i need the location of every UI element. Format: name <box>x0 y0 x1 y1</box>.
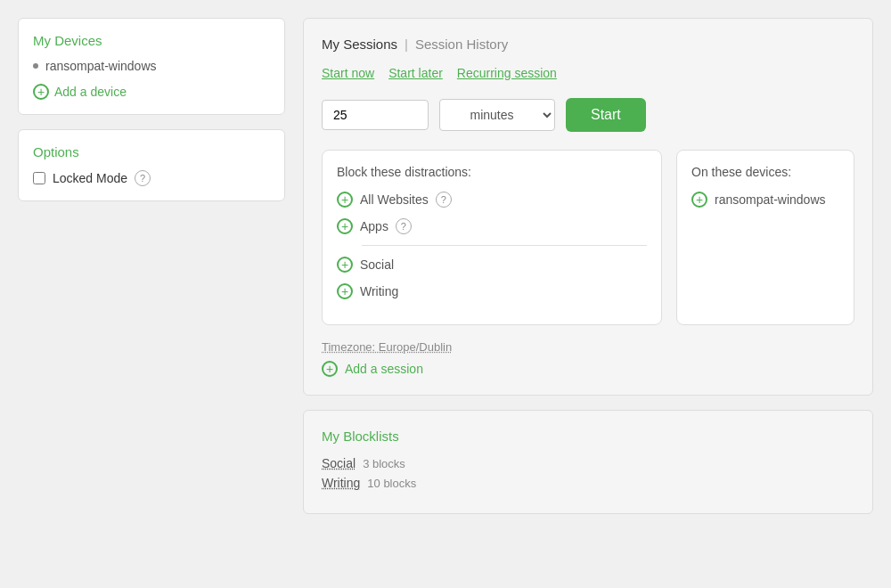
blocks-row: Block these distractions: + All Websites… <box>322 150 854 325</box>
blocklist-social-count: 3 blocks <box>363 457 405 470</box>
block-apps[interactable]: + Apps ? <box>337 218 647 234</box>
add-session-label: Add a session <box>345 362 423 376</box>
plus-icon: + <box>337 218 353 234</box>
plus-icon: + <box>337 283 353 299</box>
start-now-link[interactable]: Start now <box>322 66 374 80</box>
devices-title: My Devices <box>33 33 270 48</box>
sidebar: My Devices ransompat-windows + Add a dev… <box>18 18 285 570</box>
timezone-row: Timezone: Europe/Dublin <box>322 339 854 354</box>
add-session-plus-icon: + <box>322 361 338 377</box>
plus-circle-icon: + <box>33 84 49 100</box>
options-title: Options <box>33 144 270 159</box>
blocklist-writing: Writing 10 blocks <box>322 476 854 490</box>
plus-icon: + <box>337 192 353 208</box>
divider <box>362 245 647 246</box>
sessions-card: My Sessions | Session History Start now … <box>303 18 873 396</box>
add-device-button[interactable]: + Add a device <box>33 84 270 100</box>
devices-card: My Devices ransompat-windows + Add a dev… <box>18 18 285 115</box>
writing-label: Writing <box>360 284 398 298</box>
session-links: Start now Start later Recurring session <box>322 66 854 80</box>
tab-divider: | <box>405 37 408 52</box>
on-devices-card: On these devices: + ransompat-windows <box>676 150 854 325</box>
session-header: My Sessions | Session History <box>322 37 854 52</box>
options-card: Options Locked Mode ? <box>18 129 285 201</box>
locked-mode-label: Locked Mode <box>53 171 127 185</box>
blocklist-social-name[interactable]: Social <box>322 456 356 470</box>
blocklist-title: My Blocklists <box>322 429 854 444</box>
block-title: Block these distractions: <box>337 165 647 179</box>
block-social[interactable]: + Social <box>337 257 647 273</box>
apps-help-icon[interactable]: ? <box>396 218 412 234</box>
device-label: ransompat-windows <box>715 192 826 207</box>
recurring-link[interactable]: Recurring session <box>457 66 557 80</box>
devices-on-title: On these devices: <box>691 165 839 179</box>
sessions-tab[interactable]: My Sessions <box>322 37 397 52</box>
blocklist-writing-name[interactable]: Writing <box>322 476 360 490</box>
device-entry[interactable]: + ransompat-windows <box>691 192 839 208</box>
device-item: ransompat-windows <box>33 59 270 73</box>
blocklist-writing-count: 10 blocks <box>367 477 416 490</box>
duration-input[interactable] <box>322 100 429 130</box>
add-device-label: Add a device <box>54 85 127 99</box>
locked-mode-checkbox[interactable] <box>33 172 45 184</box>
social-label: Social <box>360 257 394 272</box>
start-later-link[interactable]: Start later <box>388 66 443 80</box>
locked-mode-row: Locked Mode ? <box>33 170 270 186</box>
session-controls: minutes hours Start <box>322 98 854 132</box>
device-bullet-icon <box>33 63 38 69</box>
start-button[interactable]: Start <box>566 98 646 132</box>
add-session-button[interactable]: + Add a session <box>322 361 854 377</box>
history-tab[interactable]: Session History <box>415 37 508 52</box>
timezone-link[interactable]: Timezone: Europe/Dublin <box>322 340 452 354</box>
apps-label: Apps <box>360 219 388 233</box>
all-websites-help-icon[interactable]: ? <box>436 192 452 208</box>
block-all-websites[interactable]: + All Websites ? <box>337 192 647 208</box>
blocklists-card: My Blocklists Social 3 blocks Writing 10… <box>303 410 873 514</box>
plus-icon: + <box>691 192 707 208</box>
block-distractions-card: Block these distractions: + All Websites… <box>322 150 662 325</box>
device-name: ransompat-windows <box>45 59 157 73</box>
main-content: My Sessions | Session History Start now … <box>303 18 873 570</box>
blocklist-social: Social 3 blocks <box>322 456 854 470</box>
block-writing[interactable]: + Writing <box>337 283 647 299</box>
plus-icon: + <box>337 257 353 273</box>
locked-mode-help-icon[interactable]: ? <box>135 170 151 186</box>
all-websites-label: All Websites <box>360 192 429 207</box>
unit-select[interactable]: minutes hours <box>439 99 555 131</box>
